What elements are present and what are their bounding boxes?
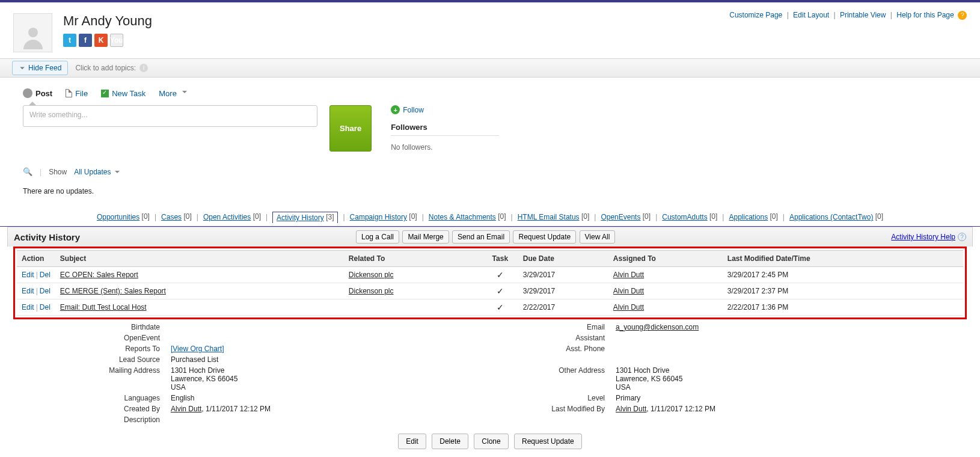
row-subject-link[interactable]: EC MERGE (Sent): Sales Report [60,287,166,295]
row-task-check: ✓ [482,299,518,316]
row-task-check: ✓ [482,267,518,283]
row-assigned-link[interactable]: Alvin Dutt [613,303,644,311]
delete-button[interactable]: Delete [432,434,468,449]
topics-help-icon[interactable]: i [139,64,148,72]
row-modified: 3/29/2017 2:37 PM [723,283,963,299]
row-assigned-link[interactable]: Alvin Dutt [613,287,644,295]
row-due-date: 3/29/2017 [518,267,608,283]
row-subject-link[interactable]: Email: Dutt Test Local Host [60,303,147,311]
col-due-date: Due Date [518,251,608,267]
facebook-icon[interactable]: f [79,34,92,47]
tab-new-task[interactable]: New Task [101,89,145,98]
clone-button[interactable]: Clone [474,434,508,449]
no-followers-text: No followers. [391,135,499,152]
description-label: Description [8,416,171,424]
activity-history-table: Action Subject Related To Task Due Date … [17,250,963,316]
tab-more[interactable]: More [159,89,187,98]
customize-page-link[interactable]: Customize Page [729,11,782,19]
follow-button[interactable]: + Follow [391,105,424,114]
rellist-notes-attachments[interactable]: Notes & Attachments [429,213,496,221]
email-value[interactable]: a_young@dickenson.com [616,323,699,331]
row-related-link[interactable]: Dickenson plc [349,271,394,279]
rellist-activity-history[interactable]: Activity History [277,213,324,222]
activity-history-highlight: Action Subject Related To Task Due Date … [13,247,967,319]
row-due-date: 2/22/2017 [518,299,608,316]
col-action: Action [17,251,55,267]
add-topics-hint[interactable]: Click to add topics: [75,64,136,72]
tab-post[interactable]: Post [23,88,52,98]
birthdate-value [171,323,453,331]
log-call-button[interactable]: Log a Call [356,230,399,244]
asst-phone-value [616,345,972,353]
lead-source-label: Lead Source [8,355,171,364]
table-row: Edit|DelEC MERGE (Sent): Sales ReportDic… [17,283,963,299]
row-del-link[interactable]: Del [40,271,51,279]
openevent-value [171,334,453,342]
rellist-openevents[interactable]: OpenEvents [601,213,640,221]
rellist-customadutts[interactable]: CustomAdutts [662,213,707,221]
edit-layout-link[interactable]: Edit Layout [793,11,829,19]
level-value: Primary [616,394,972,402]
table-row: Edit|DelEC OPEN: Sales ReportDickenson p… [17,267,963,283]
view-all-button[interactable]: View All [580,230,616,244]
twitter-icon[interactable]: t [63,34,76,47]
row-edit-link[interactable]: Edit [22,287,34,295]
row-due-date: 3/29/2017 [518,283,608,299]
share-button[interactable]: Share [329,105,372,152]
row-related-link[interactable]: Dickenson plc [349,287,394,295]
tab-file[interactable]: File [66,89,88,98]
rellist-applications-contacttwo-[interactable]: Applications (ContactTwo) [789,213,873,221]
send-email-button[interactable]: Send an Email [452,230,510,244]
mail-merge-button[interactable]: Mail Merge [402,230,449,244]
show-label: Show [49,168,67,176]
modified-by-label: Last Modified By [453,405,616,413]
view-org-chart-link[interactable]: [View Org Chart] [171,345,224,353]
rellist-open-activities[interactable]: Open Activities [203,213,251,221]
row-subject-link[interactable]: EC OPEN: Sales Report [60,271,138,279]
printable-view-link[interactable]: Printable View [840,11,886,19]
rellist-opportunities[interactable]: Opportunities [97,213,139,221]
rellist-campaign-history[interactable]: Campaign History [350,213,407,221]
row-del-link[interactable]: Del [40,287,51,295]
page-title: Mr Andy Young [63,13,729,29]
request-update-bottom-button[interactable]: Request Update [514,434,582,449]
row-edit-link[interactable]: Edit [22,303,34,311]
klout-icon[interactable]: K [94,34,108,47]
row-del-link[interactable]: Del [40,303,51,311]
help-page-link[interactable]: Help for this Page [896,11,954,19]
created-by-value: Alvin Dutt, 1/11/2017 12:12 PM [171,405,453,413]
table-row: Edit|DelEmail: Dutt Test Local Host✓2/22… [17,299,963,316]
col-task: Task [482,251,518,267]
description-value [171,416,453,424]
row-assigned-link[interactable]: Alvin Dutt [613,271,644,279]
openevent-label: OpenEvent [8,334,171,342]
youtube-icon[interactable]: You [110,34,123,47]
birthdate-label: Birthdate [8,323,171,331]
plus-icon: + [391,105,400,114]
created-by-label: Created By [8,405,171,413]
row-modified: 2/22/2017 1:36 PM [723,299,963,316]
col-assigned-to: Assigned To [608,251,723,267]
post-input[interactable]: Write something... [23,105,317,127]
languages-label: Languages [8,394,171,402]
col-related-to: Related To [344,251,482,267]
hide-feed-button[interactable]: Hide Feed [12,61,68,75]
col-subject: Subject [55,251,344,267]
edit-button[interactable]: Edit [398,434,426,449]
row-edit-link[interactable]: Edit [22,271,34,279]
reports-to-label: Reports To [8,345,171,353]
activity-history-title: Activity History [14,232,80,242]
show-filter-dropdown[interactable]: All Updates [74,168,119,176]
help-question-icon[interactable]: ? [958,233,966,241]
row-modified: 3/29/2017 2:45 PM [723,267,963,283]
assistant-label: Assistant [453,334,616,342]
search-icon[interactable]: 🔍 [23,167,32,176]
rellist-html-email-status[interactable]: HTML Email Status [518,213,580,221]
activity-history-help-link[interactable]: Activity History Help [891,233,955,241]
request-update-button[interactable]: Request Update [513,230,576,244]
assistant-value [616,334,972,342]
rellist-applications[interactable]: Applications [729,213,768,221]
rellist-cases[interactable]: Cases [161,213,182,221]
help-icon[interactable]: ? [958,11,967,20]
lead-source-value: Purchased List [171,355,453,364]
